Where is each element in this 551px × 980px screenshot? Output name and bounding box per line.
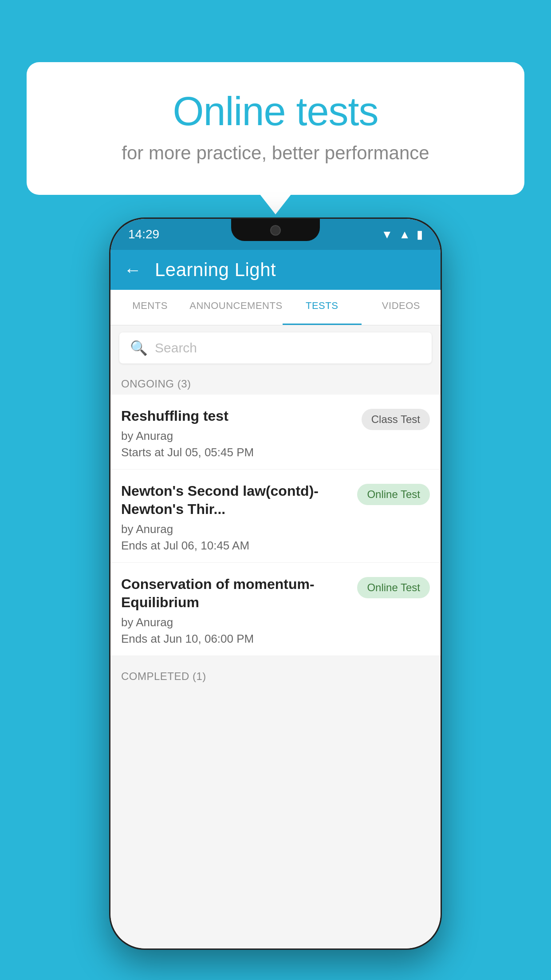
phone-notch [231,219,320,241]
tab-ments[interactable]: MENTS [110,290,189,325]
battery-icon: ▮ [417,228,423,241]
search-placeholder: Search [155,340,197,356]
bubble-subtitle: for more practice, better performance [62,142,489,164]
tabs-bar: MENTS ANNOUNCEMENTS TESTS VIDEOS [110,290,441,325]
test-item-3[interactable]: Conservation of momentum-Equilibrium by … [110,563,441,656]
phone-side-button-right [441,343,442,396]
search-bar[interactable]: 🔍 Search [119,332,432,364]
status-icons: ▼ ▲ ▮ [382,228,423,241]
phone-camera [270,225,281,236]
test-date-2: Ends at Jul 06, 10:45 AM [121,539,350,553]
tab-tests[interactable]: TESTS [283,290,362,325]
date-value-2: Jul 06, 10:45 AM [163,539,249,552]
test-item-1[interactable]: Reshuffling test by Anurag Starts at Jul… [110,395,441,470]
test-date-1: Starts at Jul 05, 05:45 PM [121,446,354,459]
test-author-2: by Anurag [121,522,350,536]
completed-section-header: COMPLETED (1) [110,663,441,687]
test-info-1: Reshuffling test by Anurag Starts at Jul… [121,407,354,459]
test-date-3: Ends at Jun 10, 06:00 PM [121,632,350,646]
phone-mockup: 14:29 ▼ ▲ ▮ ← Learning Light MENTS ANNOU… [109,217,442,950]
ongoing-section-header: ONGOING (3) [110,371,441,395]
bubble-title: Online tests [62,89,489,134]
app-title: Learning Light [155,259,276,281]
test-name-3: Conservation of momentum-Equilibrium [121,575,350,612]
test-author-1: by Anurag [121,429,354,443]
tab-videos[interactable]: VIDEOS [362,290,441,325]
back-button[interactable]: ← [124,260,142,280]
tab-announcements[interactable]: ANNOUNCEMENTS [189,290,282,325]
speech-bubble: Online tests for more practice, better p… [27,62,524,195]
date-label-3: Ends at [121,632,160,645]
app-header: ← Learning Light [110,250,441,290]
search-icon: 🔍 [130,340,148,356]
phone-screen: 14:29 ▼ ▲ ▮ ← Learning Light MENTS ANNOU… [110,219,441,948]
test-info-3: Conservation of momentum-Equilibrium by … [121,575,350,646]
test-info-2: Newton's Second law(contd)-Newton's Thir… [121,482,350,553]
badge-online-test-3: Online Test [357,577,430,598]
signal-icon: ▲ [399,228,410,241]
test-author-3: by Anurag [121,616,350,629]
status-time: 14:29 [128,227,159,241]
date-label-2: Ends at [121,539,160,552]
date-value-3: Jun 10, 06:00 PM [163,632,254,645]
test-name-2: Newton's Second law(contd)-Newton's Thir… [121,482,350,519]
badge-class-test-1: Class Test [362,409,430,430]
date-label-1: Starts at [121,446,164,459]
completed-section: COMPLETED (1) [110,663,441,687]
promo-section: Online tests for more practice, better p… [27,62,524,195]
test-name-1: Reshuffling test [121,407,354,426]
content-area: 🔍 Search ONGOING (3) Reshuffling test by… [110,325,441,948]
wifi-icon: ▼ [382,228,393,241]
badge-online-test-2: Online Test [357,484,430,505]
date-value-1: Jul 05, 05:45 PM [167,446,254,459]
test-item-2[interactable]: Newton's Second law(contd)-Newton's Thir… [110,470,441,563]
test-list: Reshuffling test by Anurag Starts at Jul… [110,395,441,656]
